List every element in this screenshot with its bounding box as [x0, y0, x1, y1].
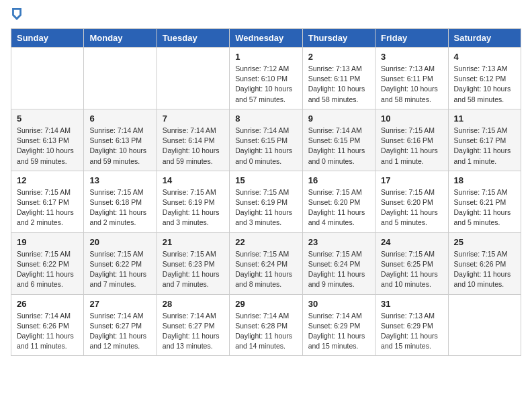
day-number: 8 [235, 113, 296, 124]
calendar-week-5: 26Sunrise: 7:14 AM Sunset: 6:26 PM Dayli… [11, 294, 521, 356]
day-number: 23 [308, 237, 369, 247]
day-info: Sunrise: 7:15 AM Sunset: 6:24 PM Dayligh… [308, 249, 369, 290]
day-number: 17 [381, 175, 442, 185]
day-info: Sunrise: 7:15 AM Sunset: 6:22 PM Dayligh… [17, 249, 78, 290]
day-info: Sunrise: 7:15 AM Sunset: 6:19 PM Dayligh… [235, 187, 296, 228]
day-number: 14 [163, 175, 224, 185]
calendar-cell: 23Sunrise: 7:15 AM Sunset: 6:24 PM Dayli… [302, 232, 375, 294]
calendar-week-1: 1Sunrise: 7:12 AM Sunset: 6:10 PM Daylig… [11, 48, 521, 109]
day-number: 16 [308, 175, 369, 185]
day-number: 21 [163, 237, 224, 247]
calendar-cell: 2Sunrise: 7:13 AM Sunset: 6:11 PM Daylig… [302, 48, 375, 109]
header-day-friday: Friday [375, 29, 448, 48]
calendar-cell: 20Sunrise: 7:15 AM Sunset: 6:22 PM Dayli… [84, 232, 157, 294]
header-day-monday: Monday [84, 29, 157, 48]
day-number: 1 [235, 52, 296, 62]
calendar-cell: 19Sunrise: 7:15 AM Sunset: 6:22 PM Dayli… [11, 232, 84, 294]
calendar-cell [448, 294, 521, 356]
calendar-cell [11, 48, 84, 109]
day-info: Sunrise: 7:14 AM Sunset: 6:15 PM Dayligh… [308, 126, 369, 167]
day-number: 12 [17, 175, 78, 185]
calendar-cell: 17Sunrise: 7:15 AM Sunset: 6:20 PM Dayli… [375, 171, 448, 232]
header-day-tuesday: Tuesday [157, 29, 229, 48]
header-row: SundayMondayTuesdayWednesdayThursdayFrid… [11, 29, 521, 48]
calendar-cell: 5Sunrise: 7:14 AM Sunset: 6:13 PM Daylig… [11, 109, 84, 171]
day-info: Sunrise: 7:14 AM Sunset: 6:14 PM Dayligh… [163, 126, 224, 167]
day-info: Sunrise: 7:15 AM Sunset: 6:18 PM Dayligh… [89, 187, 150, 228]
day-info: Sunrise: 7:13 AM Sunset: 6:11 PM Dayligh… [308, 64, 369, 105]
day-number: 4 [454, 52, 515, 62]
calendar-cell: 1Sunrise: 7:12 AM Sunset: 6:10 PM Daylig… [230, 48, 302, 109]
calendar-cell: 25Sunrise: 7:15 AM Sunset: 6:26 PM Dayli… [448, 232, 521, 294]
calendar-cell: 21Sunrise: 7:15 AM Sunset: 6:23 PM Dayli… [157, 232, 229, 294]
header-day-wednesday: Wednesday [230, 29, 302, 48]
header [11, 11, 521, 20]
day-info: Sunrise: 7:15 AM Sunset: 6:17 PM Dayligh… [17, 187, 78, 228]
day-number: 25 [454, 237, 515, 247]
calendar-cell: 27Sunrise: 7:14 AM Sunset: 6:27 PM Dayli… [84, 294, 157, 356]
calendar-cell: 24Sunrise: 7:15 AM Sunset: 6:25 PM Dayli… [375, 232, 448, 294]
day-number: 27 [89, 299, 150, 309]
header-day-saturday: Saturday [448, 29, 521, 48]
calendar-cell: 30Sunrise: 7:14 AM Sunset: 6:29 PM Dayli… [302, 294, 375, 356]
logo [11, 11, 21, 20]
calendar-cell: 31Sunrise: 7:13 AM Sunset: 6:29 PM Dayli… [375, 294, 448, 356]
day-info: Sunrise: 7:15 AM Sunset: 6:22 PM Dayligh… [89, 249, 150, 290]
day-info: Sunrise: 7:15 AM Sunset: 6:26 PM Dayligh… [454, 249, 515, 290]
calendar-body: 1Sunrise: 7:12 AM Sunset: 6:10 PM Daylig… [11, 48, 521, 356]
day-info: Sunrise: 7:15 AM Sunset: 6:23 PM Dayligh… [163, 249, 224, 290]
calendar-cell: 12Sunrise: 7:15 AM Sunset: 6:17 PM Dayli… [11, 171, 84, 232]
day-number: 10 [381, 113, 442, 124]
header-day-sunday: Sunday [11, 29, 84, 48]
day-number: 30 [308, 299, 369, 309]
day-number: 7 [163, 113, 224, 124]
day-info: Sunrise: 7:14 AM Sunset: 6:29 PM Dayligh… [308, 311, 369, 352]
calendar-cell: 22Sunrise: 7:15 AM Sunset: 6:24 PM Dayli… [230, 232, 302, 294]
calendar-cell: 3Sunrise: 7:13 AM Sunset: 6:11 PM Daylig… [375, 48, 448, 109]
calendar-cell: 11Sunrise: 7:15 AM Sunset: 6:17 PM Dayli… [448, 109, 521, 171]
calendar-cell: 6Sunrise: 7:14 AM Sunset: 6:13 PM Daylig… [84, 109, 157, 171]
day-info: Sunrise: 7:15 AM Sunset: 6:20 PM Dayligh… [381, 187, 442, 228]
calendar-cell: 7Sunrise: 7:14 AM Sunset: 6:14 PM Daylig… [157, 109, 229, 171]
calendar-cell: 16Sunrise: 7:15 AM Sunset: 6:20 PM Dayli… [302, 171, 375, 232]
day-info: Sunrise: 7:14 AM Sunset: 6:13 PM Dayligh… [89, 126, 150, 167]
day-number: 24 [381, 237, 442, 247]
day-number: 18 [454, 175, 515, 185]
header-day-thursday: Thursday [302, 29, 375, 48]
day-info: Sunrise: 7:14 AM Sunset: 6:15 PM Dayligh… [235, 126, 296, 167]
calendar-cell: 13Sunrise: 7:15 AM Sunset: 6:18 PM Dayli… [84, 171, 157, 232]
day-number: 31 [381, 299, 442, 309]
day-number: 15 [235, 175, 296, 185]
day-info: Sunrise: 7:15 AM Sunset: 6:24 PM Dayligh… [235, 249, 296, 290]
day-info: Sunrise: 7:15 AM Sunset: 6:25 PM Dayligh… [381, 249, 442, 290]
day-number: 11 [454, 113, 515, 124]
day-info: Sunrise: 7:15 AM Sunset: 6:21 PM Dayligh… [454, 187, 515, 228]
day-info: Sunrise: 7:15 AM Sunset: 6:17 PM Dayligh… [454, 126, 515, 167]
day-number: 22 [235, 237, 296, 247]
calendar-cell: 8Sunrise: 7:14 AM Sunset: 6:15 PM Daylig… [230, 109, 302, 171]
calendar-cell: 15Sunrise: 7:15 AM Sunset: 6:19 PM Dayli… [230, 171, 302, 232]
calendar-cell: 29Sunrise: 7:14 AM Sunset: 6:28 PM Dayli… [230, 294, 302, 356]
calendar-week-3: 12Sunrise: 7:15 AM Sunset: 6:17 PM Dayli… [11, 171, 521, 232]
calendar-header: SundayMondayTuesdayWednesdayThursdayFrid… [11, 29, 521, 48]
day-info: Sunrise: 7:15 AM Sunset: 6:16 PM Dayligh… [381, 126, 442, 167]
day-number: 20 [89, 237, 150, 247]
day-number: 9 [308, 113, 369, 124]
day-number: 29 [235, 299, 296, 309]
page: SundayMondayTuesdayWednesdayThursdayFrid… [0, 0, 532, 367]
calendar-cell: 18Sunrise: 7:15 AM Sunset: 6:21 PM Dayli… [448, 171, 521, 232]
day-number: 28 [163, 299, 224, 309]
calendar-week-4: 19Sunrise: 7:15 AM Sunset: 6:22 PM Dayli… [11, 232, 521, 294]
day-info: Sunrise: 7:14 AM Sunset: 6:28 PM Dayligh… [235, 311, 296, 352]
calendar-cell [157, 48, 229, 109]
day-info: Sunrise: 7:14 AM Sunset: 6:27 PM Dayligh… [89, 311, 150, 352]
day-info: Sunrise: 7:12 AM Sunset: 6:10 PM Dayligh… [235, 64, 296, 105]
day-number: 5 [17, 113, 78, 124]
calendar-cell: 14Sunrise: 7:15 AM Sunset: 6:19 PM Dayli… [157, 171, 229, 232]
day-number: 19 [17, 237, 78, 247]
calendar-cell [84, 48, 157, 109]
day-info: Sunrise: 7:13 AM Sunset: 6:12 PM Dayligh… [454, 64, 515, 105]
calendar-cell: 10Sunrise: 7:15 AM Sunset: 6:16 PM Dayli… [375, 109, 448, 171]
day-number: 2 [308, 52, 369, 62]
day-info: Sunrise: 7:15 AM Sunset: 6:19 PM Dayligh… [163, 187, 224, 228]
